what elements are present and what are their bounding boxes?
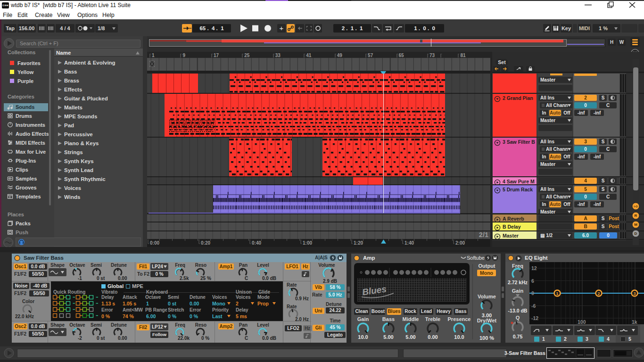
svg-text:1: 1 — [556, 291, 558, 296]
svg-text:3: 3 — [633, 291, 636, 296]
svg-text:M: M — [634, 222, 637, 227]
svg-text:D: D — [635, 231, 637, 236]
svg-text:I-O: I-O — [634, 205, 638, 208]
svg-text:R: R — [635, 214, 637, 218]
svg-text:2: 2 — [597, 291, 600, 296]
